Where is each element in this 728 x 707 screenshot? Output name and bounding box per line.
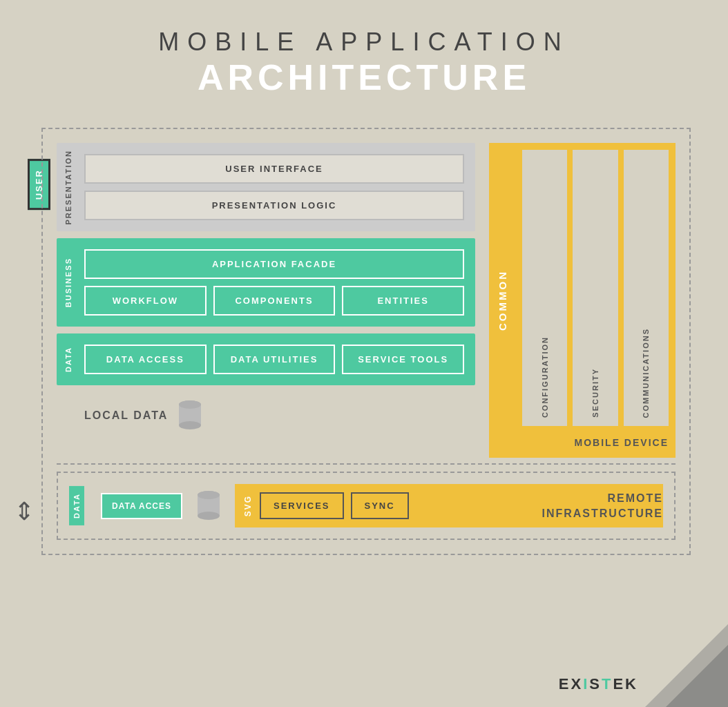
business-sub-row: WORKFLOW COMPONENTS ENTITIES [84,286,464,316]
common-columns: CONFIGURATION SECURITY COMMUNICATIONS [522,150,669,426]
data-label-wrapper: DATA [57,333,80,385]
components-box: COMPONENTS [213,286,336,316]
data-label: DATA [64,347,73,372]
business-label-wrapper: BUSINESS [57,238,80,327]
security-label: SECURITY [591,368,600,418]
entities-box: ENTITIES [342,286,464,316]
dashed-separator [57,463,676,465]
configuration-col: CONFIGURATION [522,150,567,426]
svg-point-7 [198,491,220,499]
communications-col: COMMUNICATIONS [624,150,669,426]
sync-box: SYNC [351,492,409,519]
svg-point-6 [198,512,220,520]
workflow-box: WORKFLOW [84,286,207,316]
configuration-label: CONFIGURATION [541,336,549,418]
common-panel-col: COMMON CONFIGURATION SECURITY COMMUNICAT… [489,143,676,458]
updown-arrow-icon: ⇕ [14,497,35,526]
business-layer: BUSINESS APPLICATION FACADE WORKFLOW COM… [57,238,475,327]
security-col: SECURITY [573,150,617,426]
corner-decoration [645,624,728,707]
common-label: COMMON [497,270,508,331]
local-data-row: LOCAL DATA [57,392,475,436]
application-facade-box: APPLICATION FACADE [84,249,464,279]
services-box: SERVICES [260,492,344,519]
business-label: BUSINESS [64,258,73,307]
data-layer: DATA DATA ACCESS DATA UTILITIES SERVICE … [57,333,475,385]
presentation-label-wrapper: PRESENTATION [57,143,80,231]
existek-logo: EXISTEK [559,675,638,693]
presentation-label: PRESENTATION [64,150,73,225]
svg-point-3 [179,400,201,409]
title-line1: MOBILE APPLICATION [0,28,728,57]
cylinder-icon [178,399,202,432]
title-section: MOBILE APPLICATION ARCHITECTURE [0,0,728,112]
common-label-wrapper: COMMON [489,143,515,458]
data-utilities-box: DATA UTILITIES [213,345,336,374]
remote-data-access-box: DATA ACCES [101,493,182,519]
remote-infrastructure-label: REMOTE INFRASTRUCTURE [542,490,663,521]
svg-point-2 [179,421,201,429]
user-interface-box: USER INTERFACE [84,154,464,184]
title-line2: ARCHITECTURE [0,57,728,98]
communications-label: COMMUNICATIONS [642,328,650,418]
svg-label: SVG [243,495,253,516]
main-container: PRESENTATION USER INTERFACE PRESENTATION… [41,128,691,555]
presentation-logic-box: PRESENTATION LOGIC [84,191,464,220]
svg-marker-9 [666,645,728,707]
local-data-label: LOCAL DATA [84,409,168,422]
inner-layout: PRESENTATION USER INTERFACE PRESENTATION… [57,143,676,458]
data-access-box: DATA ACCESS [84,345,207,374]
service-tools-box: SERVICE TOOLS [342,345,464,374]
remote-section: DATA DATA ACCES SVG SERVICES SYNC REMOTE… [57,472,676,540]
left-column: PRESENTATION USER INTERFACE PRESENTATION… [57,143,475,458]
mobile-device-label: MOBILE DEVICE [496,432,669,451]
presentation-layer: PRESENTATION USER INTERFACE PRESENTATION… [57,143,475,231]
common-panel: COMMON CONFIGURATION SECURITY COMMUNICAT… [489,143,676,458]
remote-cylinder-icon [196,490,221,523]
remote-data-label: DATA [69,486,84,525]
data-sub-row: DATA ACCESS DATA UTILITIES SERVICE TOOLS [84,345,464,374]
